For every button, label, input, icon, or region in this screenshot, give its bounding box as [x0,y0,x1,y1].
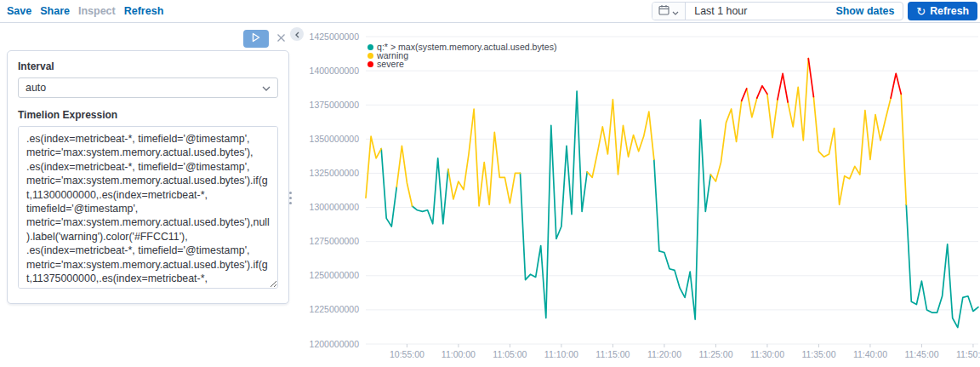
chevron-down-icon [262,82,271,94]
refresh-button-label: Refresh [930,5,969,17]
nav-share[interactable]: Share [40,5,70,17]
interval-select[interactable]: auto [18,77,278,98]
expression-editor-card: Interval auto Timelion Expression .es(in… [7,50,289,304]
svg-text:11300000000: 11300000000 [310,202,359,212]
run-expression-button[interactable] [243,30,269,48]
legend-label: severe [377,60,404,68]
top-nav: Save Share Inspect Refresh [7,5,163,17]
interval-selected-value: auto [26,82,46,94]
refresh-icon: ↻ [916,6,926,17]
play-icon [252,32,260,45]
timelion-chart[interactable]: 1120000000011225000000112500000001127500… [310,24,980,367]
chevron-down-icon [672,3,679,19]
svg-text:10:55:00: 10:55:00 [390,349,424,359]
svg-text:11375000000: 11375000000 [310,100,359,110]
svg-text:11:00:00: 11:00:00 [442,349,476,359]
svg-text:11:30:00: 11:30:00 [750,349,784,359]
chart-legend: q:* > max(system.memory.actual.used.byte… [368,43,556,68]
refresh-button[interactable]: ↻ Refresh [908,2,977,20]
svg-text:11:45:00: 11:45:00 [904,349,938,359]
svg-text:11325000000: 11325000000 [310,168,359,178]
legend-dot-icon [368,53,373,59]
svg-text:11:50:00: 11:50:00 [956,349,980,359]
nav-refresh[interactable]: Refresh [124,5,164,17]
calendar-icon [658,3,669,19]
super-date-picker: Last 1 hour Show dates [652,2,903,20]
svg-text:11275000000: 11275000000 [310,236,359,246]
timelion-editor: Interval auto Timelion Expression .es(in… [0,24,980,367]
close-panel-button[interactable] [276,32,286,45]
legend-dot-icon [368,44,373,50]
collapse-panel-button[interactable] [290,27,304,41]
close-icon [276,32,286,45]
svg-text:11:25:00: 11:25:00 [698,349,732,359]
svg-text:11250000000: 11250000000 [310,270,359,280]
expression-sidebar: Interval auto Timelion Expression .es(in… [0,24,296,367]
panel-resize-handle[interactable] [288,192,293,204]
legend-dot-icon [368,61,373,67]
quick-select-button[interactable] [652,3,686,20]
svg-text:11:15:00: 11:15:00 [595,349,630,359]
time-range-value[interactable]: Last 1 hour [686,5,827,17]
nav-inspect: Inspect [78,5,116,17]
panel-gutter [296,24,310,367]
timelion-expression-input[interactable]: .es(index=metricbeat-*, timefield='@time… [18,126,278,289]
chart-panel: 1120000000011225000000112500000001127500… [310,24,980,367]
svg-text:11:40:00: 11:40:00 [853,349,887,359]
expression-toolbar [7,27,289,49]
svg-text:11:10:00: 11:10:00 [544,349,578,359]
svg-text:11225000000: 11225000000 [310,304,359,314]
svg-text:11:20:00: 11:20:00 [647,349,681,359]
svg-text:11:05:00: 11:05:00 [493,349,527,359]
interval-label: Interval [18,60,278,72]
legend-item[interactable]: severe [368,60,556,68]
expression-label: Timelion Expression [18,109,278,121]
nav-save[interactable]: Save [7,5,31,17]
svg-text:11:35:00: 11:35:00 [801,349,835,359]
svg-text:11425000000: 11425000000 [310,32,359,42]
svg-text:11200000000: 11200000000 [310,339,359,349]
app-header: Save Share Inspect Refresh Last 1 hour S… [0,0,980,23]
show-dates-link[interactable]: Show dates [827,5,903,17]
chevron-left-icon [294,28,300,41]
svg-text:11400000000: 11400000000 [310,66,359,76]
svg-text:11350000000: 11350000000 [310,134,359,144]
